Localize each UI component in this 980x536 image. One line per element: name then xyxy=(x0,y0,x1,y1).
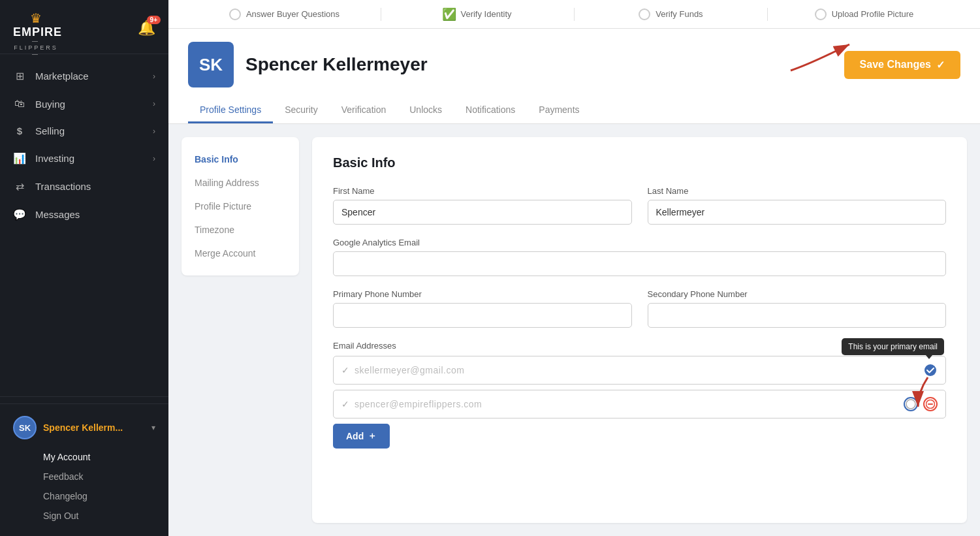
save-button-label: Save Changes xyxy=(860,59,931,71)
user-chevron-icon: ▾ xyxy=(151,423,155,432)
steps-bar: Answer Buyer Questions ✅ Verify Identity… xyxy=(168,0,980,29)
secondary-phone-group: Secondary Phone Number xyxy=(648,289,947,328)
primary-phone-group: Primary Phone Number xyxy=(333,289,632,328)
email-primary-button-1[interactable] xyxy=(923,363,938,377)
sidebar-item-transactions[interactable]: ⇄ Transactions xyxy=(0,172,168,200)
add-email-button[interactable]: Add ＋ xyxy=(333,424,390,449)
step-answer-buyer: Answer Buyer Questions xyxy=(188,8,381,20)
step-upload-profile: Upload Profile Picture xyxy=(768,8,960,20)
sidebar-item-investing[interactable]: 📊 Investing › xyxy=(0,144,168,172)
sidebar-divider xyxy=(0,396,168,397)
primary-email-indicator: This is your primary email xyxy=(923,363,938,377)
svg-point-3 xyxy=(906,400,915,409)
user-avatar: SK xyxy=(13,416,37,439)
left-menu-mailing-address[interactable]: Mailing Address xyxy=(182,171,299,195)
tab-payments[interactable]: Payments xyxy=(527,98,591,123)
sidebar-item-marketplace[interactable]: ⊞ Marketplace › xyxy=(0,62,168,90)
google-email-group: Google Analytics Email xyxy=(333,238,946,276)
crown-icon: ♛ xyxy=(13,12,59,25)
submenu-item-changelog[interactable]: Changelog xyxy=(40,486,158,506)
left-menu: Basic Info Mailing Address Profile Pictu… xyxy=(182,137,299,276)
submenu-item-sign-out[interactable]: Sign Out xyxy=(40,506,158,526)
primary-phone-label: Primary Phone Number xyxy=(333,289,632,299)
user-row[interactable]: SK Spencer Kellerm... ▾ xyxy=(10,412,158,443)
email-section: Email Addresses ✓ skellermeyer@gmail.com… xyxy=(333,341,946,449)
tab-verification[interactable]: Verification xyxy=(330,98,398,123)
profile-avatar: SK xyxy=(188,42,234,87)
email-remove-button-2[interactable] xyxy=(923,397,938,411)
primary-phone-input[interactable] xyxy=(333,303,632,328)
user-section: SK Spencer Kellerm... ▾ My Account Feedb… xyxy=(0,403,168,536)
step-circle xyxy=(639,8,650,20)
tooltip-primary-email: This is your primary email xyxy=(842,338,944,355)
checkmark-icon: ✓ xyxy=(936,59,945,71)
step-done-icon: ✅ xyxy=(443,8,455,20)
name-row: First Name Last Name xyxy=(333,186,946,225)
email-primary-button-2[interactable] xyxy=(904,397,918,411)
email-check-icon: ✓ xyxy=(341,399,349,409)
email-row-2: ✓ spencer@empireflippers.com xyxy=(333,390,946,418)
grid-icon: ⊞ xyxy=(13,70,26,82)
sidebar-item-messages[interactable]: 💬 Messages xyxy=(0,200,168,229)
step-label: Upload Profile Picture xyxy=(832,9,914,19)
submenu-item-my-account[interactable]: My Account xyxy=(40,447,158,467)
step-verify-identity: ✅ Verify Identity xyxy=(381,8,574,20)
logo-name: EMPIRE xyxy=(13,26,59,38)
primary-check-icon xyxy=(925,364,936,376)
left-menu-merge-account[interactable]: Merge Account xyxy=(182,242,299,265)
left-menu-timezone[interactable]: Timezone xyxy=(182,218,299,242)
step-label: Answer Buyer Questions xyxy=(246,9,340,19)
chart-icon: 📊 xyxy=(13,152,26,165)
tab-unlocks[interactable]: Unlocks xyxy=(398,98,454,123)
content-area: Basic Info Mailing Address Profile Pictu… xyxy=(168,124,980,536)
tab-profile-settings[interactable]: Profile Settings xyxy=(188,98,273,123)
sidebar-item-label: Transactions xyxy=(35,181,91,192)
phone-row: Primary Phone Number Secondary Phone Num… xyxy=(333,289,946,328)
tab-security[interactable]: Security xyxy=(273,98,330,123)
profile-tabs: Profile Settings Security Verification U… xyxy=(188,98,960,123)
last-name-input[interactable] xyxy=(648,200,947,225)
radio-empty-icon xyxy=(906,399,916,409)
email-address-1: skellermeyer@gmail.com xyxy=(355,365,918,375)
profile-top: SK Spencer Kellermeyer Save Changes ✓ xyxy=(188,42,960,87)
sidebar-item-label: Buying xyxy=(35,99,65,110)
sidebar-item-selling[interactable]: $ Selling › xyxy=(0,118,168,144)
chat-icon: 💬 xyxy=(13,208,26,221)
step-verify-funds: Verify Funds xyxy=(575,8,767,20)
form-title: Basic Info xyxy=(333,155,946,170)
left-menu-profile-picture[interactable]: Profile Picture xyxy=(182,195,299,218)
main-content: Answer Buyer Questions ✅ Verify Identity… xyxy=(168,0,980,536)
remove-icon xyxy=(926,400,935,409)
google-email-input[interactable] xyxy=(333,251,946,276)
bag-icon: 🛍 xyxy=(13,98,26,110)
dollar-icon: $ xyxy=(13,125,26,136)
main-nav: ⊞ Marketplace › 🛍 Buying › $ Selling › 📊… xyxy=(0,54,168,390)
submenu-item-feedback[interactable]: Feedback xyxy=(40,467,158,486)
last-name-group: Last Name xyxy=(648,186,947,225)
profile-name: Spencer Kellermeyer xyxy=(245,54,428,75)
notification-bell[interactable]: 🔔 9+ xyxy=(138,20,155,37)
chevron-right-icon: › xyxy=(153,99,155,108)
add-button-label: Add xyxy=(346,431,364,441)
first-name-label: First Name xyxy=(333,186,632,196)
sidebar-item-buying[interactable]: 🛍 Buying › xyxy=(0,90,168,118)
sidebar-item-label: Marketplace xyxy=(35,71,89,82)
tab-notifications[interactable]: Notifications xyxy=(454,98,527,123)
form-panel: Basic Info First Name Last Name Google A… xyxy=(312,137,967,523)
sidebar-item-label: Selling xyxy=(35,125,65,136)
save-changes-button[interactable]: Save Changes ✓ xyxy=(844,51,960,79)
left-menu-basic-info[interactable]: Basic Info xyxy=(182,148,299,171)
logo-sub: — FLIPPERS — xyxy=(13,38,59,57)
first-name-input[interactable] xyxy=(333,200,632,225)
sidebar-item-label: Investing xyxy=(35,153,74,164)
step-label: Verify Identity xyxy=(460,9,511,19)
email-section-label: Email Addresses xyxy=(333,341,396,351)
bell-badge: 9+ xyxy=(147,16,161,24)
first-name-group: First Name xyxy=(333,186,632,225)
plus-icon: ＋ xyxy=(368,430,377,442)
google-email-row: Google Analytics Email xyxy=(333,238,946,276)
email-check-icon: ✓ xyxy=(341,365,349,375)
chevron-right-icon: › xyxy=(153,72,155,81)
user-submenu: My Account Feedback Changelog Sign Out xyxy=(10,443,158,528)
secondary-phone-input[interactable] xyxy=(648,303,947,328)
